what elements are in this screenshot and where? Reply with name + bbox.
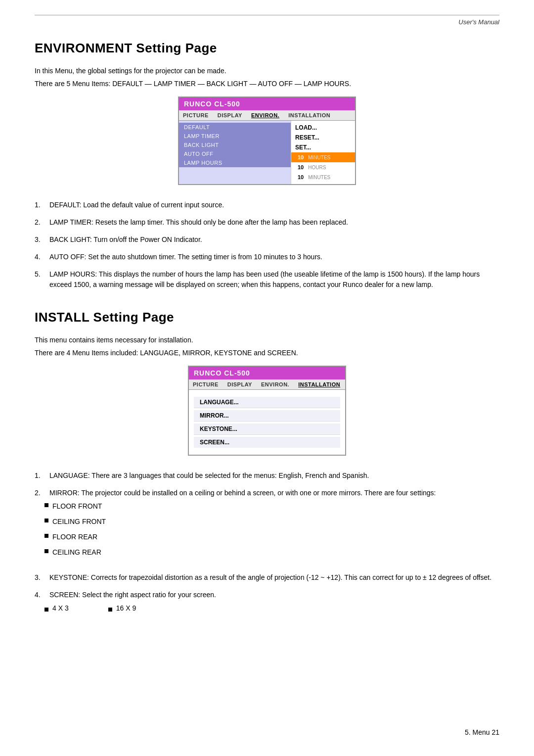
install-title: INSTALL Setting Page (35, 310, 499, 325)
environment-items-line: There are 5 Menu Items: DEFAULT — LAMP T… (35, 80, 499, 88)
environment-title: ENVIRONMENT Setting Page (35, 41, 499, 56)
install-menu-nav: PICTURE DISPLAY ENVIRON. INSTALLATION (189, 379, 345, 390)
nav-installation: INSTALLATION (288, 112, 330, 118)
nav-picture: PICTURE (183, 112, 209, 118)
environment-menu-brand: RUNCO CL-500 (179, 97, 355, 110)
menu-right-lamphours-val: 10 HOURS (291, 162, 355, 172)
env-list-item-3: 3. BACK LIGHT: Turn on/off the Power ON … (35, 235, 499, 245)
install-menu-box: RUNCO CL-500 PICTURE DISPLAY ENVIRON. IN… (188, 366, 346, 456)
environment-menu-right: LOAD... RESET... SET... 10 MINUTES 10 HO (291, 121, 355, 184)
screen-options: 4 X 3 16 X 9 (44, 603, 136, 614)
install-menu-body: LANGUAGE... MIRROR... KEYSTONE... SCREEN… (189, 390, 345, 455)
install-menu-brand: RUNCO CL-500 (189, 367, 345, 379)
menu-item-autooff: AUTO OFF (179, 149, 291, 158)
menu-right-lamphours-val2: 10 MINUTES (291, 172, 355, 182)
menu-item-lamptimer: LAMP TIMER (179, 132, 291, 141)
nav-environ: ENVIRON. (251, 112, 279, 118)
install-nav-environ: ENVIRON. (261, 381, 289, 387)
install-nav-installation: INSTALLATION (298, 381, 340, 387)
env-list-item-4: 4. AUTO OFF: Set the auto shutdown timer… (35, 252, 499, 262)
page-container: User's Manual ENVIRONMENT Setting Page I… (0, 0, 534, 756)
environment-menu-box: RUNCO CL-500 PICTURE DISPLAY ENVIRON. IN… (178, 96, 356, 185)
menu-right-load: LOAD... (291, 123, 355, 133)
environment-intro: In this Menu, the global settings for th… (35, 67, 499, 75)
mirror-bullets: FLOOR FRONT CEILING FRONT FLOOR REAR CEI… (44, 501, 106, 563)
env-list-item-2: 2. LAMP TIMER: Resets the lamp timer. Th… (35, 217, 499, 228)
footer: 5. Menu 21 (465, 728, 499, 736)
install-intro: This menu contains items necessary for i… (35, 336, 499, 344)
screen-4x3: 4 X 3 (44, 603, 69, 614)
install-item-keystone: KEYSTONE... (194, 424, 340, 435)
bullet-floor-front: FLOOR FRONT (44, 501, 106, 512)
install-nav-picture: PICTURE (193, 381, 219, 387)
manual-label: User's Manual (458, 18, 499, 26)
menu-item-lamphours: LAMP HOURS (179, 158, 291, 167)
menu-item-backlight: BACK LIGHT (179, 141, 291, 149)
env-list-item-5: 5. LAMP HOURS: This displays the number … (35, 269, 499, 290)
environment-menu-container: RUNCO CL-500 PICTURE DISPLAY ENVIRON. IN… (35, 96, 499, 185)
menu-item-default: DEFAULT (179, 123, 291, 132)
bullet-floor-rear: FLOOR REAR (44, 532, 106, 542)
menu-right-reset: RESET... (291, 133, 355, 142)
install-item-mirror: MIRROR... (194, 410, 340, 422)
environment-menu-body: DEFAULT LAMP TIMER BACK LIGHT AUTO OFF L… (179, 121, 355, 184)
nav-display: DISPLAY (218, 112, 242, 118)
install-list-item-4: 4. SCREEN: Select the right aspect ratio… (35, 590, 499, 614)
environment-menu-nav: PICTURE DISPLAY ENVIRON. INSTALLATION (179, 110, 355, 121)
install-nav-display: DISPLAY (227, 381, 252, 387)
header-line: User's Manual (35, 15, 499, 26)
footer-text: 5. Menu 21 (465, 728, 499, 736)
install-list: 1. LANGUAGE: There are 3 languages that … (35, 471, 499, 614)
bullet-ceiling-rear: CEILING REAR (44, 547, 106, 558)
menu-right-set: SET... (291, 142, 355, 152)
menu-right-autooff-val: 10 MINUTES (291, 152, 355, 162)
install-item-screen: SCREEN... (194, 437, 340, 448)
install-list-item-2: 2. MIRROR: The projector could be instal… (35, 488, 499, 566)
install-menu-container: RUNCO CL-500 PICTURE DISPLAY ENVIRON. IN… (35, 366, 499, 456)
environment-menu-left: DEFAULT LAMP TIMER BACK LIGHT AUTO OFF L… (179, 121, 291, 184)
install-list-item-3: 3. KEYSTONE: Corrects for trapezoidal di… (35, 572, 499, 583)
install-items-line: There are 4 Menu Items included: LANGUAG… (35, 349, 499, 357)
bullet-ceiling-front: CEILING FRONT (44, 517, 106, 527)
install-list-item-1: 1. LANGUAGE: There are 3 languages that … (35, 471, 499, 481)
environment-list: 1. DEFAULT: Load the default value of cu… (35, 200, 499, 290)
install-item-language: LANGUAGE... (194, 397, 340, 408)
env-list-item-1: 1. DEFAULT: Load the default value of cu… (35, 200, 499, 210)
screen-16x9: 16 X 9 (108, 603, 136, 614)
